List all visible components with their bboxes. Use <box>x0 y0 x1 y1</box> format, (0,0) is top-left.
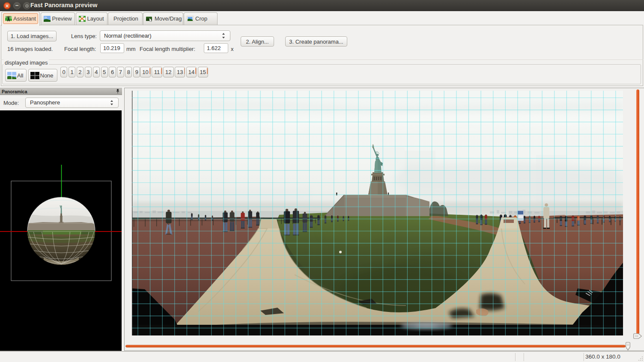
svg-text:GL: GL <box>44 16 47 19</box>
